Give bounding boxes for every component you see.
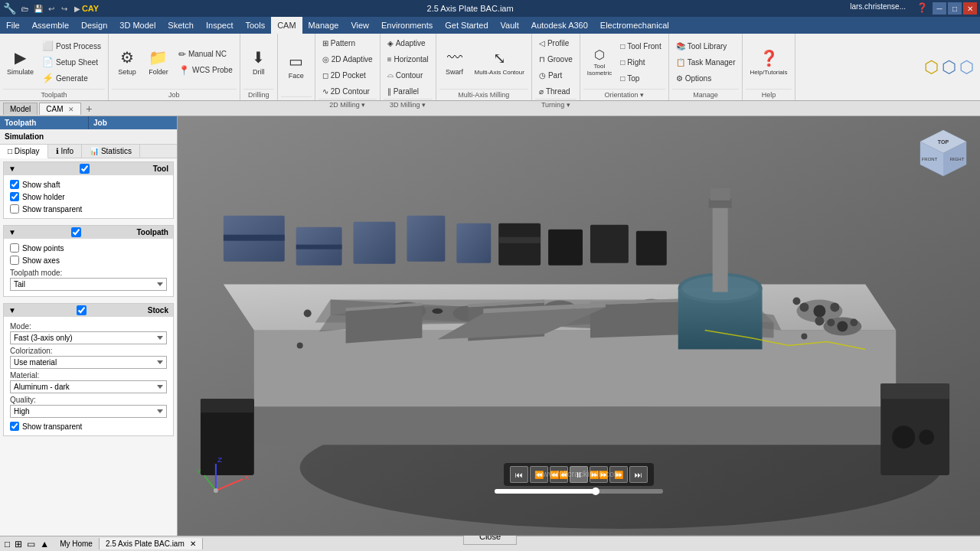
menu-vault[interactable]: Vault [495,17,525,34]
menu-view[interactable]: View [345,17,375,34]
task-manager-button[interactable]: 📋Task Manager [672,54,740,70]
stock-section-checkbox[interactable] [77,305,87,315]
model-tab[interactable]: Model [3,103,38,115]
show-transparent-stock-checkbox[interactable] [10,422,19,431]
contour-icon: ⌓ [387,70,394,80]
bottom-icon-3[interactable]: ▭ [25,539,37,549]
folder-button[interactable]: 📁 Folder [143,41,174,83]
menu-assemble[interactable]: Assemble [26,17,75,34]
task-manager-icon: 📋 [676,58,685,67]
info-tab[interactable]: ℹ Info [48,145,82,158]
show-shaft-checkbox[interactable] [10,180,19,189]
drill-button[interactable]: ⬇ Drill [243,41,274,83]
thread-button[interactable]: ⌀Thread [535,83,577,99]
help-icon[interactable]: ❓ [913,2,931,15]
face-button[interactable]: ▭ Face [281,44,312,87]
material-select[interactable]: Aluminum - dark Steel Titanium [10,380,167,393]
post-process-button[interactable]: ⬜Post Process [38,38,105,54]
colorization-select[interactable]: Use material Deviation None [10,356,167,369]
menu-inspect[interactable]: Inspect [200,17,239,34]
tool-library-button[interactable]: 📚Tool Library [672,38,740,54]
parallel-button[interactable]: ∥Parallel [384,83,433,99]
menu-sketch[interactable]: Sketch [162,17,200,34]
tool-top-button[interactable]: □Top [616,70,665,86]
2d-pocket-button[interactable]: ◻2D Pocket [318,67,377,83]
horizontal-button[interactable]: ≡Horizontal [384,51,433,67]
menu-manage[interactable]: Manage [302,17,345,34]
menu-tools[interactable]: Tools [239,17,271,34]
fast-rewind-button[interactable]: ⏪⏪ [550,466,568,483]
menu-cam[interactable]: CAM [271,17,302,34]
swarf-button[interactable]: 〰 Swarf [439,41,470,83]
bottom-icon-4[interactable]: ▲ [38,539,51,549]
cam-tab-close[interactable]: ✕ [68,106,74,113]
undo-icon[interactable]: ↩ [45,2,57,15]
toolpath-mode-select[interactable]: Tail Full None [10,278,167,291]
show-points-checkbox[interactable] [10,243,19,253]
bottom-icon-1[interactable]: □ [3,539,11,549]
menu-file[interactable]: File [0,17,26,34]
nav-cube[interactable]: TOP RIGHT FRONT [913,122,974,184]
menu-get-started[interactable]: Get Started [439,17,494,34]
show-transparent-checkbox[interactable] [10,204,19,214]
contour-button[interactable]: ⌓Contour [384,67,433,83]
tool-right-button[interactable]: □Right [616,54,665,70]
skip-to-end-button[interactable]: ⏭ [629,466,648,483]
file-tab[interactable]: 2.5 Axis Plate BAC.iam ✕ [100,538,203,549]
menu-electromechanical[interactable]: Electromechanical [594,17,675,34]
profile-button[interactable]: ◁Profile [535,35,577,51]
progress-thumb[interactable] [592,487,599,495]
simulate-button[interactable]: ▶ Simulate [3,41,38,83]
part-button[interactable]: ◷Part [535,67,577,83]
show-holder-checkbox[interactable] [10,192,19,201]
toolpath-section-header[interactable]: ▼ Toolpath [4,226,173,239]
bottom-icon-2[interactable]: ⊞ [13,539,24,549]
display-tab[interactable]: □ Display [0,145,48,158]
skip-to-start-button[interactable]: ⏮ [510,466,528,483]
toolpath-section-checkbox[interactable] [71,227,81,237]
pattern-button[interactable]: ⊞Pattern [318,35,377,51]
show-axes-checkbox[interactable] [10,256,19,265]
2d-contour-button[interactable]: ∿2D Contour [318,83,377,99]
quality-select[interactable]: High Medium Low [10,405,167,418]
save-icon[interactable]: 💾 [32,2,44,15]
menu-autodesk-a360[interactable]: Autodesk A360 [525,17,594,34]
adaptive-button[interactable]: ◈Adaptive [384,35,433,51]
menu-design[interactable]: Design [75,17,113,34]
pause-button[interactable]: ⏸ [570,466,588,483]
file-tab-close[interactable]: ✕ [190,540,196,548]
stock-section-header[interactable]: ▼ Stock [4,304,173,317]
step-forward-button[interactable]: ⏩ [609,466,628,483]
help-tutorials-button[interactable]: ❓ Help/Tutorials [746,41,791,83]
step-back-button[interactable]: ⏪ [530,466,548,483]
2d-adaptive-button[interactable]: ◎2D Adaptive [318,51,377,67]
multiaxis-contour-button[interactable]: ⤡ Multi-Axis Contour [471,41,528,83]
setup-button[interactable]: ⚙ Setup [112,41,142,83]
setup-sheet-button[interactable]: 📄Setup Sheet [38,54,105,70]
generate-button[interactable]: ⚡Generate [38,70,105,86]
menu-environments[interactable]: Environments [375,17,439,34]
progress-bar[interactable] [495,489,663,494]
my-home-tab[interactable]: My Home [54,538,100,549]
tool-section-checkbox[interactable] [80,164,90,174]
maximize-button[interactable]: □ [948,2,962,15]
tool-section-header[interactable]: ▼ Tool [4,162,173,175]
mode-select[interactable]: Fast (3-axis only) Accurate None [10,331,167,344]
groove-button[interactable]: ⊓Groove [535,51,577,67]
fast-forward-button[interactable]: ⏩⏩ [590,466,608,483]
add-tab-button[interactable]: + [83,103,95,115]
svg-rect-40 [224,235,285,241]
redo-icon[interactable]: ↪ [58,2,70,15]
options-button[interactable]: ⚙Options [672,70,740,86]
manual-nc-button[interactable]: ✏Manual NC [175,47,237,62]
new-icon[interactable]: 🗁 [19,2,31,15]
minimize-button[interactable]: ─ [933,2,946,15]
menu-3dmodel[interactable]: 3D Model [113,17,162,34]
tool-isometric-button[interactable]: ⬡ ToolIsometric [583,41,616,83]
close-button[interactable]: ✕ [963,2,977,15]
tool-front-button[interactable]: □Tool Front [616,38,665,54]
statistics-tab[interactable]: 📊 Statistics [82,145,140,158]
wcs-probe-button[interactable]: 📍WCS Probe [175,63,237,78]
viewport[interactable]: Z X Y [178,116,980,536]
cam-tab[interactable]: CAM ✕ [39,103,81,115]
